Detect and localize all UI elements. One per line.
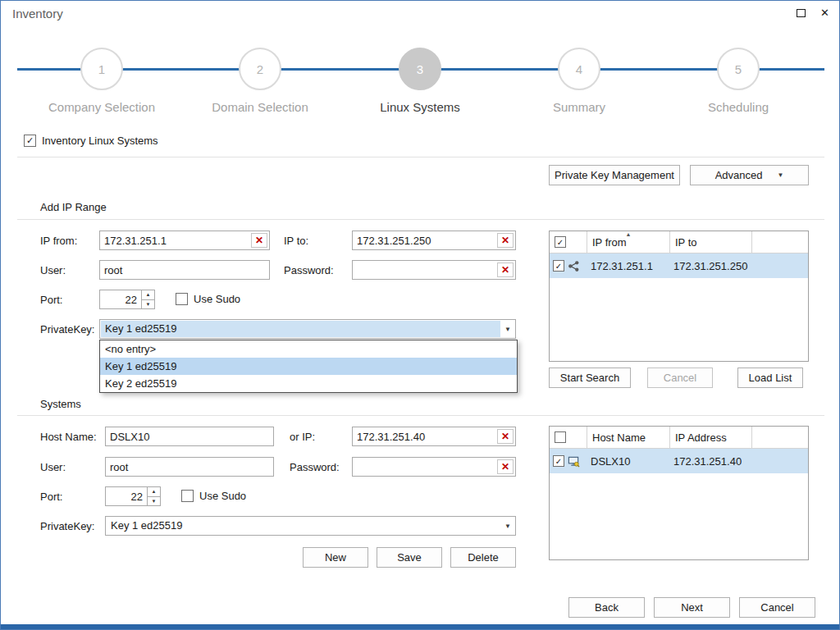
step-number: 5 <box>735 62 742 76</box>
systems-select-all-header-cell[interactable] <box>550 427 587 448</box>
private-key-management-button[interactable]: Private Key Management <box>549 165 680 185</box>
header-ip-to[interactable]: IP to <box>670 231 752 253</box>
checkbox-checked-icon: ✓ <box>24 135 36 147</box>
system-password-input[interactable] <box>353 458 495 476</box>
system-user-label: User: <box>40 461 66 473</box>
ip-range-table: ✓ ▲ IP from IP to ✓ <box>549 231 809 362</box>
user-field <box>99 260 270 280</box>
window-bottom-accent <box>1 624 840 629</box>
step-label-scheduling: Scheduling <box>656 100 820 114</box>
clear-icon[interactable]: ✕ <box>251 233 267 248</box>
clear-icon[interactable]: ✕ <box>497 262 514 277</box>
delete-button[interactable]: Delete <box>450 547 516 568</box>
use-sudo-label: Use Sudo <box>194 293 240 305</box>
user-label: User: <box>40 264 66 276</box>
host-name-field <box>105 427 274 446</box>
systems-table-row[interactable]: ✓ DSLX10 172.31.251.40 <box>550 449 808 473</box>
row-ip-to: 172.31.251.250 <box>670 260 752 272</box>
step-circle-3-active: 3 <box>399 48 441 90</box>
system-privatekey-combo[interactable]: Key 1 ed25519 ▼ <box>105 516 516 536</box>
system-port-input[interactable] <box>106 487 147 505</box>
sort-ascending-icon: ▲ <box>626 231 632 237</box>
system-user-input[interactable] <box>106 458 273 476</box>
step-label-linux-systems: Linux Systems <box>338 100 502 114</box>
clear-icon[interactable]: ✕ <box>497 233 514 248</box>
system-port-stepper: ▲ ▼ <box>147 487 160 505</box>
checkbox-checked-icon[interactable]: ✓ <box>553 260 564 272</box>
inventory-linux-checkbox[interactable]: ✓ Inventory Linux Systems <box>24 135 158 147</box>
header-ip-address[interactable]: IP Address <box>670 427 752 448</box>
header-ip-from[interactable]: ▲ IP from <box>587 231 670 253</box>
system-password-label: Password: <box>290 461 340 473</box>
user-input[interactable] <box>100 261 269 279</box>
search-cancel-label: Cancel <box>664 372 696 384</box>
advanced-button[interactable]: Advanced ▼ <box>690 165 809 185</box>
clear-icon[interactable]: ✕ <box>497 429 514 444</box>
load-list-button[interactable]: Load List <box>737 368 803 388</box>
port-field: ▲ ▼ <box>99 290 155 309</box>
save-button[interactable]: Save <box>377 547 442 568</box>
new-label: New <box>325 551 346 564</box>
next-button[interactable]: Next <box>654 597 730 618</box>
check-icon: ✓ <box>26 135 34 146</box>
select-all-header-cell[interactable]: ✓ <box>550 231 587 253</box>
private-key-management-label: Private Key Management <box>555 169 674 181</box>
ip-from-input[interactable] <box>100 231 249 249</box>
separator <box>17 415 824 416</box>
host-name-label: Host Name: <box>40 431 97 443</box>
port-label: Port: <box>40 294 62 306</box>
spin-down-icon[interactable]: ▼ <box>148 497 160 506</box>
spin-down-icon[interactable]: ▼ <box>142 300 154 309</box>
separator <box>17 219 824 220</box>
start-search-button[interactable]: Start Search <box>549 368 631 388</box>
checkbox-unchecked-icon <box>176 293 188 305</box>
cancel-button[interactable]: Cancel <box>739 597 815 618</box>
dropdown-option-key2[interactable]: Key 2 ed25519 <box>100 375 517 392</box>
checkbox-checked-icon: ✓ <box>555 236 566 248</box>
chevron-down-icon[interactable]: ▼ <box>500 326 515 333</box>
new-button[interactable]: New <box>303 547 368 568</box>
clear-icon[interactable]: ✕ <box>497 459 514 474</box>
systems-table-header: Host Name IP Address <box>550 427 808 449</box>
step-circle-5: 5 <box>717 48 760 90</box>
close-icon[interactable]: ✕ <box>820 8 829 18</box>
maximize-icon[interactable] <box>797 9 806 17</box>
or-ip-label: or IP: <box>290 431 315 443</box>
port-input[interactable] <box>100 290 141 308</box>
inventory-linux-label: Inventory Linux Systems <box>42 135 158 147</box>
cancel-label: Cancel <box>760 601 793 614</box>
save-label: Save <box>397 551 422 564</box>
back-button[interactable]: Back <box>568 597 645 618</box>
ip-range-table-row[interactable]: ✓ 172.31.251.1 172.31.251.250 <box>550 253 808 278</box>
header-host-name[interactable]: Host Name <box>587 427 670 448</box>
use-sudo-checkbox[interactable]: Use Sudo <box>176 293 240 305</box>
advanced-label: Advanced <box>715 169 763 181</box>
row-ip-from: 172.31.251.1 <box>587 260 670 272</box>
dropdown-option-no-entry[interactable]: <no entry> <box>100 340 517 358</box>
system-use-sudo-checkbox[interactable]: Use Sudo <box>181 490 246 502</box>
system-ip-input[interactable] <box>353 427 495 445</box>
checkbox-checked-icon[interactable]: ✓ <box>553 455 564 467</box>
spin-up-icon[interactable]: ▲ <box>142 290 154 300</box>
chevron-down-icon[interactable]: ▼ <box>500 523 515 530</box>
add-ip-range-title: Add IP Range <box>40 201 107 213</box>
step-number: 3 <box>417 62 423 76</box>
system-user-field <box>105 457 274 477</box>
host-name-input[interactable] <box>106 427 273 445</box>
header-empty-cell <box>752 231 808 253</box>
port-stepper: ▲ ▼ <box>141 290 154 308</box>
step-number: 2 <box>257 62 263 76</box>
dropdown-option-key1-selected[interactable]: Key 1 ed25519 <box>100 358 517 375</box>
ip-from-field: ✕ <box>99 231 270 250</box>
spin-up-icon[interactable]: ▲ <box>148 487 160 497</box>
row-ip-address: 172.31.251.40 <box>670 455 752 468</box>
password-input[interactable] <box>353 261 495 279</box>
header-host-name-label: Host Name <box>592 431 646 444</box>
next-label: Next <box>681 601 703 614</box>
system-port-field: ▲ ▼ <box>105 486 161 506</box>
systems-title: Systems <box>40 398 81 410</box>
privatekey-dropdown-list: <no entry> Key 1 ed25519 Key 2 ed25519 <box>99 340 518 393</box>
ip-to-input[interactable] <box>353 231 495 249</box>
step-label-domain-selection: Domain Selection <box>178 100 342 114</box>
privatekey-combo[interactable]: Key 1 ed25519 ▼ <box>99 319 516 339</box>
